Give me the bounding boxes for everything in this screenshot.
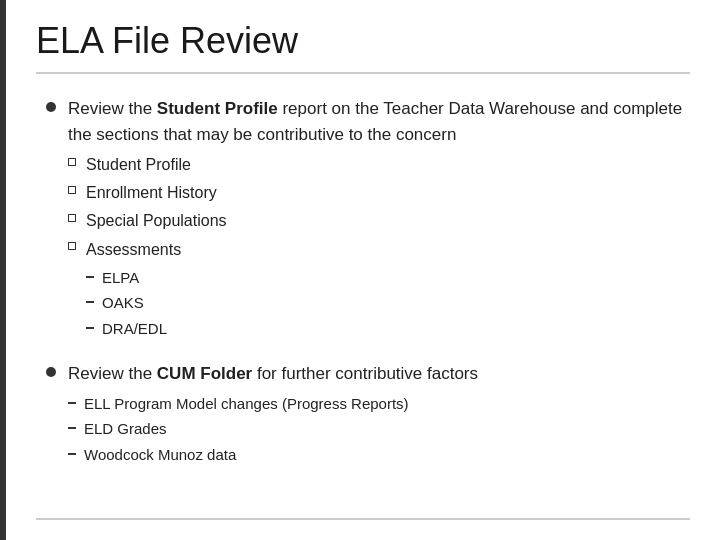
sub-sub-item-draedl: DRA/EDL xyxy=(86,318,181,341)
sub-sub-dash-icon xyxy=(86,301,94,303)
sub-label-enrollment-history: Enrollment History xyxy=(86,181,217,205)
bullet-text-2: Review the CUM Folder for further contri… xyxy=(68,361,478,469)
sub-sub-list-cum: ELL Program Model changes (Progress Repo… xyxy=(68,393,478,467)
sub-sub-label-draedl: DRA/EDL xyxy=(102,318,167,341)
sub-sub-label-oaks: OAKS xyxy=(102,292,144,315)
sub-square-icon xyxy=(68,186,76,194)
sub-sub-dash-icon xyxy=(68,453,76,455)
sub-sub-label-elpa: ELPA xyxy=(102,267,139,290)
content-area: Review the Student Profile report on the… xyxy=(36,96,690,518)
sub-square-icon xyxy=(68,214,76,222)
sub-sub-item-ell: ELL Program Model changes (Progress Repo… xyxy=(68,393,478,416)
sub-sub-label-ell: ELL Program Model changes (Progress Repo… xyxy=(84,393,409,416)
sub-item-enrollment-history: Enrollment History xyxy=(68,181,690,205)
bullet-item-2: Review the CUM Folder for further contri… xyxy=(46,361,690,469)
sub-list-1: Student Profile Enrollment History Speci… xyxy=(68,153,690,343)
sub-sub-dash-icon xyxy=(68,402,76,404)
sub-sub-label-eld: ELD Grades xyxy=(84,418,167,441)
sub-item-special-populations: Special Populations xyxy=(68,209,690,233)
sub-item-assessments: Assessments ELPA OAKS xyxy=(68,237,690,343)
sub-sub-item-oaks: OAKS xyxy=(86,292,181,315)
bottom-divider xyxy=(36,518,690,520)
bullet-dot-1 xyxy=(46,102,56,112)
sub-sub-item-eld: ELD Grades xyxy=(68,418,478,441)
bold-cum-folder: CUM Folder xyxy=(157,364,252,383)
sub-label-special-populations: Special Populations xyxy=(86,209,227,233)
sub-label-assessments: Assessments xyxy=(86,241,181,258)
bullet-text-1: Review the Student Profile report on the… xyxy=(68,96,690,347)
sub-sub-item-woodcock: Woodcock Munoz data xyxy=(68,444,478,467)
sub-sub-dash-icon xyxy=(86,327,94,329)
sub-sub-list-assessments: ELPA OAKS DRA/EDL xyxy=(86,267,181,341)
sub-square-icon xyxy=(68,158,76,166)
sub-sub-item-elpa: ELPA xyxy=(86,267,181,290)
bold-student-profile: Student Profile xyxy=(157,99,278,118)
sub-sub-label-woodcock: Woodcock Munoz data xyxy=(84,444,236,467)
bullet-dot-2 xyxy=(46,367,56,377)
sub-sub-dash-icon xyxy=(68,427,76,429)
slide-container: ELA File Review Review the Student Profi… xyxy=(0,0,720,540)
sub-label-student-profile: Student Profile xyxy=(86,153,191,177)
bullet-item-1: Review the Student Profile report on the… xyxy=(46,96,690,347)
sub-square-icon xyxy=(68,242,76,250)
sub-item-student-profile: Student Profile xyxy=(68,153,690,177)
sub-sub-dash-icon xyxy=(86,276,94,278)
slide-title: ELA File Review xyxy=(36,20,690,74)
